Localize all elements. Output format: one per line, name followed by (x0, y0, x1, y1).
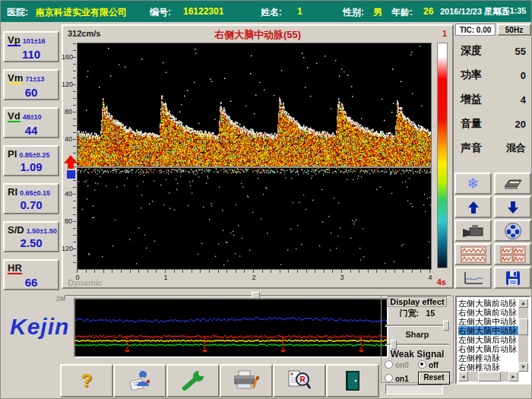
playback-button[interactable] (494, 220, 531, 242)
patient-name-value: 1 (297, 6, 302, 17)
param-ri-label: RI (8, 187, 17, 197)
radio-on1[interactable]: on1 (385, 374, 418, 383)
probe-frequency-label: 2M (56, 295, 66, 302)
gate-slider-track[interactable] (385, 325, 449, 327)
arrow-down-button[interactable] (494, 196, 531, 218)
spectrogram-canvas (78, 43, 431, 269)
sharp-slider[interactable] (385, 340, 449, 348)
patient-report-icon (128, 369, 152, 392)
artery-item-6[interactable]: 左侧椎动脉 (458, 353, 518, 363)
artery-item-3-selected[interactable]: 右侧大脑中动脉 (458, 326, 518, 335)
gate-slider-thumb[interactable] (443, 321, 449, 331)
setting-volume: 音量 20 (455, 112, 531, 136)
gate-width-slider[interactable] (385, 321, 449, 329)
hospital-label: 医院: (7, 6, 28, 19)
patient-info-button[interactable] (113, 364, 166, 397)
patient-id-label: 编号: (150, 6, 171, 19)
sharp-label: Sharp (385, 330, 450, 339)
dual-display-button[interactable] (454, 243, 492, 265)
vertical-scroll-thumb[interactable] (518, 318, 528, 335)
brand-logo: Kejin (10, 314, 69, 340)
time-display: 11:51:35 (493, 6, 526, 15)
dynamic-mode-label: Dynamic (68, 278, 103, 287)
scroll-up-arrow-icon[interactable]: ▲ (518, 299, 528, 308)
y-tick-80: 80 (62, 108, 72, 116)
printer-icon (233, 370, 260, 391)
artery-item-0[interactable]: 左侧大脑前动脉 (458, 299, 518, 308)
radio-off-circle[interactable] (418, 360, 426, 369)
vertical-scrollbar[interactable]: ▲ ▼ (518, 299, 528, 372)
spectrum-panel: 312cm/s 右侧大脑中动脉(55) 1 160 120 80 40 0 40… (62, 24, 454, 289)
arrow-up-icon (467, 201, 480, 214)
param-pi-label: PI (8, 149, 17, 159)
y-tick-n40: 40 (62, 190, 72, 198)
y-tick-n80: 80 (62, 217, 72, 225)
gate-width-value: 15 (426, 309, 435, 318)
age-value: 26 (423, 6, 433, 17)
horizontal-scroll-thumb[interactable] (478, 372, 501, 382)
artery-item-7[interactable]: 右侧椎动脉 (458, 363, 518, 372)
parameter-column: Vp 101±16 110 Vm 71±13 60 Vd 48±10 44 PI… (3, 31, 59, 297)
trend-display-button[interactable] (454, 267, 492, 289)
print-button[interactable] (220, 364, 273, 397)
freeze-button[interactable]: ❄ (454, 173, 492, 195)
param-pi: PI 0.85±0.25 1.09 (3, 145, 59, 176)
reset-button[interactable]: Reset (418, 372, 450, 385)
report-button[interactable]: R (273, 364, 326, 397)
record-video-button[interactable] (454, 220, 492, 242)
radio-on0-circle[interactable] (385, 360, 393, 369)
x-tick-1: 1 (162, 274, 169, 281)
gender-label: 性别: (343, 6, 364, 19)
sharp-slider-thumb[interactable] (391, 340, 397, 350)
scroll-right-arrow-icon[interactable]: ► (508, 372, 518, 382)
acquisition-settings: 深度 55 功率 0 增益 4 音量 20 声音 混合 (455, 39, 531, 160)
scroll-down-arrow-icon[interactable]: ▼ (518, 363, 528, 372)
radio-off[interactable]: off (418, 360, 450, 369)
param-vm-label: Vm (8, 73, 23, 84)
tic-display: TIC: 0.00 (455, 24, 496, 36)
tcd-application-window: { "header": { "hospital_label": "医院:", "… (0, 0, 532, 399)
video-camera-icon (463, 225, 484, 237)
doppler-spectrogram (77, 43, 432, 270)
display-effect-title: Display effect (388, 296, 447, 307)
param-vd-ref: 48±10 (23, 113, 42, 121)
settings-button[interactable] (166, 364, 220, 397)
dual-spectrum-icon (461, 246, 486, 263)
help-button[interactable]: ? (60, 364, 113, 397)
save-button[interactable] (494, 267, 531, 289)
param-vm-ref: 71±13 (25, 75, 44, 83)
quad-spectrum-icon (500, 246, 526, 263)
param-vp: Vp 101±16 110 (3, 31, 59, 62)
trend-curve-icon (463, 271, 484, 286)
param-vp-label: Vp (8, 35, 21, 46)
horizontal-scrollbar[interactable]: ◄ ► (458, 372, 518, 382)
param-pi-ref: 0.85±0.25 (19, 151, 49, 159)
vessel-title: 右侧大脑中动脉(55) (63, 28, 452, 42)
artery-item-4[interactable]: 左侧大脑后动脉 (458, 335, 518, 344)
param-vd: Vd 48±10 44 (3, 107, 59, 138)
artery-item-2[interactable]: 左侧大脑中动脉 (458, 317, 518, 326)
setting-power: 功率 0 (455, 63, 531, 87)
artery-items: 左侧大脑前动脉 右侧大脑前动脉 左侧大脑中动脉 右侧大脑中动脉 左侧大脑后动脉 … (458, 299, 518, 372)
patient-header-bar: 医院: 南京科进实业有限公司 编号: 16122301 姓名: 1 性别: 男 … (1, 1, 532, 22)
arrow-down-icon (507, 201, 519, 214)
arrow-up-button[interactable] (454, 196, 492, 218)
x-tick-4: 4 (426, 274, 434, 281)
status-field (385, 385, 443, 394)
artery-item-5[interactable]: 右侧大脑后动脉 (458, 344, 518, 353)
quad-display-button[interactable] (494, 243, 531, 265)
baseline-marker (67, 170, 75, 179)
wrench-icon (180, 370, 206, 391)
intensity-colorbar (437, 43, 448, 268)
eject-button[interactable] (494, 173, 531, 195)
radio-on1-circle[interactable] (385, 374, 393, 382)
trend-canvas (75, 299, 387, 356)
svg-text:R: R (299, 375, 306, 384)
radio-on0[interactable]: on0 (385, 360, 418, 369)
artery-item-1[interactable]: 右侧大脑前动脉 (458, 308, 518, 317)
exit-button[interactable] (326, 364, 379, 397)
frequency-button[interactable]: 50Hz (497, 24, 531, 36)
x-tick-3: 3 (338, 274, 346, 281)
param-ri-ref: 0.65±0.15 (20, 189, 50, 197)
scroll-left-arrow-icon[interactable]: ◄ (458, 372, 468, 382)
